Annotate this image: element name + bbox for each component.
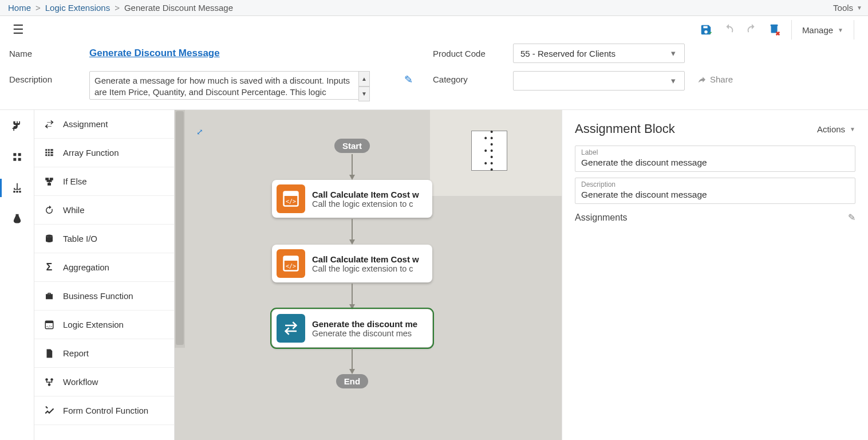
description-input[interactable] [89,71,370,100]
palette-item-form-control-function[interactable]: Form Control Function [34,396,174,425]
palette-item-table-i-o[interactable]: Table I/O [34,225,174,253]
palette-item-label: Assignment [63,119,108,129]
breadcrumb-separator: > [115,3,120,13]
save-icon[interactable] [700,23,712,36]
svg-point-6 [45,378,48,381]
svg-rect-4 [45,321,53,323]
product-code-select[interactable]: 55 - Reserved for Clients ▾ [513,44,685,63]
end-node[interactable]: End [336,374,368,388]
breadcrumb-current: Generate Discount Message [124,3,233,13]
scroll-up-icon[interactable]: ▲ [358,71,370,87]
breadcrumb-home[interactable]: Home [8,3,31,13]
assignments-heading: Assignments [575,213,628,223]
breadcrumb-separator: > [35,3,41,13]
svg-point-8 [48,383,51,386]
description-scrollbar[interactable]: ▲ ▼ [358,71,370,101]
category-label: Category [433,71,513,84]
component-palette: AssignmentArray FunctionIf ElseWhileTabl… [34,110,175,440]
palette-item-label: Report [63,348,89,358]
breadcrumb-bar: Home > Logic Extensions > Generate Disco… [0,0,868,16]
label-caption: Label [581,148,849,156]
minimap[interactable]: • •• • •• • •• • [430,110,562,196]
svg-text:</>: </> [286,263,296,269]
palette-item-label: Aggregation [63,262,109,272]
description-value: Generate the discount message [581,188,849,200]
doc-icon [44,348,55,359]
share-icon [697,75,707,84]
node-subtitle: Call the logic extension to c [312,264,419,273]
flow-node[interactable]: Generate the discount meGenerate the dis… [272,309,432,347]
palette-item-workflow[interactable]: Workflow [34,368,174,396]
category-select[interactable]: ▾ [513,71,685,91]
minimap-preview: • •• • •• • •• • [483,129,495,173]
page-header: ☰ Manage▼ Name Generate Discount Message [0,16,868,110]
palette-item-while[interactable]: While [34,196,174,225]
delete-icon[interactable] [768,23,781,36]
description-field[interactable]: Description Generate the discount messag… [575,178,855,204]
actions-menu[interactable]: Actions▼ [817,124,855,134]
lex-icon: </> [44,320,55,330]
svg-rect-13 [284,257,298,261]
toolbar-divider [854,20,854,40]
canvas-scrollbar[interactable] [175,110,185,348]
svg-point-2 [46,234,53,237]
palette-item-label: Form Control Function [63,406,148,415]
fullscreen-icon[interactable]: ⤢ [196,127,203,136]
swap-icon [44,119,55,129]
palette-item-label: If Else [63,176,87,186]
palette-item-label: Business Function [63,291,133,301]
palette-item-if-else[interactable]: If Else [34,167,174,196]
palette-item-aggregation[interactable]: ΣAggregation [34,253,174,282]
tab-test[interactable] [0,213,34,225]
briefcase-icon [44,291,55,301]
properties-panel: Assignment Block Actions▼ Label Generate… [562,110,868,440]
chevron-down-icon: ▾ [666,73,681,88]
tools-icon [44,406,55,416]
canvas[interactable]: ⤢ • •• • •• • •• • Start</>Call Calculat… [175,110,562,440]
share-button[interactable]: Share [685,71,753,84]
description-caption: Description [581,180,849,188]
edit-icon[interactable]: ✎ [399,71,433,86]
palette-item-business-function[interactable]: Business Function [34,282,174,311]
node-title: Call Calculate Item Cost w [312,254,419,264]
palette-item-logic-extension[interactable]: </>Logic Extension [34,311,174,339]
name-value-link[interactable]: Generate Discount Message [89,48,220,58]
side-icon-tabs [0,110,34,440]
tab-structure[interactable] [0,182,34,194]
start-node[interactable]: Start [334,139,370,153]
palette-item-label: While [63,205,85,215]
node-title: Call Calculate Item Cost w [312,190,419,199]
name-label: Name [9,49,89,58]
hamburger-icon[interactable]: ☰ [9,20,27,40]
flow-icon [44,377,55,387]
flow-node[interactable]: </>Call Calculate Item Cost wCall the lo… [272,180,432,218]
tools-menu[interactable]: Tools▼ [833,0,862,15]
svg-rect-10 [284,192,298,197]
tab-objects[interactable] [0,151,34,163]
manage-menu[interactable]: Manage▼ [802,25,843,35]
label-field[interactable]: Label Generate the discount message [575,146,855,172]
palette-item-report[interactable]: Report [34,339,174,368]
palette-item-label: Workflow [63,377,98,387]
scroll-down-icon[interactable]: ▼ [358,87,370,102]
palette-item-array-function[interactable]: Array Function [34,139,174,167]
palette-item-label: Logic Extension [63,320,124,329]
svg-text:</>: </> [46,324,53,328]
svg-point-7 [50,378,53,381]
tab-plugins[interactable] [0,120,34,132]
palette-item-assignment[interactable]: Assignment [34,110,174,139]
redo-icon[interactable] [745,23,758,36]
edit-assignments-icon[interactable]: ✎ [848,212,855,223]
branch-icon [44,176,55,187]
toolbar-divider [791,20,792,40]
properties-title: Assignment Block [575,121,675,136]
undo-icon[interactable] [723,23,735,36]
db-icon [44,234,55,244]
description-label: Description [9,71,89,84]
svg-rect-0 [771,25,777,33]
minimap-viewport[interactable]: • •• • •• • •• • [471,131,507,171]
product-code-label: Product Code [433,49,513,58]
node-type-icon: </> [277,249,305,278]
flow-node[interactable]: </>Call Calculate Item Cost wCall the lo… [272,245,432,282]
breadcrumb-logic-extensions[interactable]: Logic Extensions [45,3,110,13]
